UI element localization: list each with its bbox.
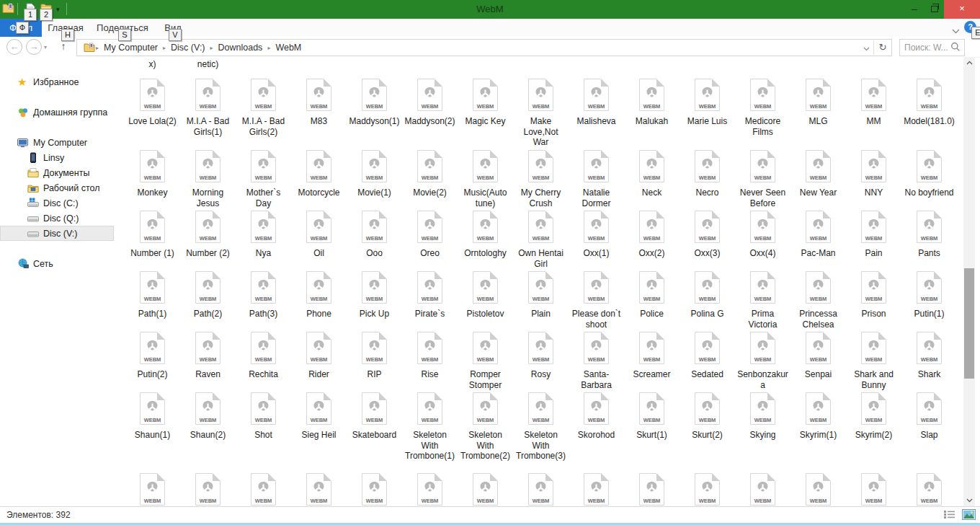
file-item[interactable]: WEBM [180, 472, 236, 506]
file-item[interactable]: WEBMNya [236, 210, 291, 269]
file-item[interactable]: WEBMSkying [735, 392, 790, 462]
file-item[interactable]: WEBMSkeleton With Trombone(2) [458, 392, 513, 462]
file-item[interactable]: WEBMMotorcycle [291, 149, 347, 208]
file-item[interactable]: WEBM [680, 472, 735, 506]
file-item[interactable]: WEBMPlease don`t shoot [569, 270, 624, 330]
sidebar-item-disc-v-[interactable]: Disc (V:) [0, 226, 114, 241]
sidebar-item-disc-c-[interactable]: Disc (C:) [0, 195, 114, 211]
file-item[interactable]: WEBMMovie(1) [347, 149, 402, 208]
file-item[interactable]: WEBMPhone [291, 270, 347, 330]
details-view-button[interactable] [943, 509, 956, 523]
file-item[interactable]: WEBMPath(1) [125, 270, 180, 330]
file-item[interactable]: WEBMNever Seen Before [735, 149, 790, 208]
file-item[interactable]: WEBMNo boyfriend [901, 149, 957, 208]
scroll-up-icon[interactable] [963, 57, 975, 69]
file-item[interactable]: WEBMScreamer [624, 331, 680, 390]
file-item[interactable]: WEBMOxx(3) [680, 210, 735, 269]
breadcrumb-item[interactable]: Disc (V:) [166, 43, 209, 53]
file-item[interactable]: WEBMPistoletov [458, 270, 513, 330]
file-item[interactable]: WEBM [291, 472, 347, 506]
file-item[interactable]: WEBMSenbonzakura [735, 331, 790, 390]
search-input[interactable] [900, 43, 950, 53]
forward-button[interactable]: → [26, 39, 42, 55]
sidebar-item-linsy[interactable]: Linsy [0, 150, 114, 165]
up-button[interactable]: ↑ [56, 39, 71, 53]
file-item[interactable]: WEBMNecro [680, 149, 735, 208]
file-item[interactable]: WEBMMedicore Films [735, 78, 790, 148]
file-item[interactable]: WEBMMLG [790, 78, 846, 148]
file-item[interactable]: WEBMMagic Key [458, 78, 513, 148]
file-item[interactable]: WEBMPlain [513, 270, 569, 330]
file-item[interactable]: WEBMNNY [846, 149, 901, 208]
file-item[interactable]: WEBMM83 [291, 78, 347, 148]
file-item[interactable]: WEBM [458, 472, 513, 506]
file-item[interactable]: WEBMPants [901, 210, 957, 269]
file-item[interactable]: WEBM [790, 472, 846, 506]
search-icon[interactable] [950, 40, 964, 55]
file-item[interactable]: WEBMPath(2) [180, 270, 236, 330]
address-bar[interactable]: ▸My Computer▸Disc (V:)▸Downloads▸WebM ↻ [76, 39, 892, 56]
file-item[interactable]: WEBMPolina G [680, 270, 735, 330]
file-item[interactable]: WEBMPutin(2) [125, 331, 180, 390]
breadcrumb-item[interactable]: WebM [271, 43, 306, 53]
file-item[interactable]: WEBMSkeleton With Trombone(1) [402, 392, 458, 462]
recent-locations-chevron-icon[interactable]: ▾ [44, 44, 47, 50]
file-item[interactable]: WEBMSenpai [790, 331, 846, 390]
file-item[interactable]: WEBMShark and Bunny [846, 331, 901, 390]
file-item[interactable]: WEBM [569, 472, 624, 506]
back-button[interactable]: ← [6, 39, 22, 55]
file-item[interactable]: WEBMPick Up [347, 270, 402, 330]
sidebar-item-сеть[interactable]: Сеть [0, 256, 114, 271]
file-item[interactable]: WEBMPirate`s [402, 270, 458, 330]
scroll-down-icon[interactable] [963, 495, 975, 506]
qat-customize-chevron-icon[interactable]: ▾ [56, 6, 60, 13]
file-item[interactable]: WEBMNew Year [790, 149, 846, 208]
file-item[interactable]: WEBMNeck [624, 149, 680, 208]
file-item[interactable]: WEBMMovie(2) [402, 149, 458, 208]
file-item[interactable]: WEBMRider [291, 331, 347, 390]
file-item[interactable]: WEBMRosy [513, 331, 569, 390]
file-item[interactable]: WEBMPac-Man [790, 210, 846, 269]
file-item[interactable]: WEBMMalukah [624, 78, 680, 148]
breadcrumb-item[interactable]: My Computer [99, 43, 162, 53]
file-item[interactable]: WEBMMorning Jesus [180, 149, 236, 208]
file-item[interactable]: WEBMSlap [901, 392, 957, 462]
file-item[interactable]: WEBM [513, 472, 569, 506]
file-item[interactable]: WEBMSkorohod [569, 392, 624, 462]
large-icons-view-button[interactable] [962, 509, 976, 523]
file-item[interactable]: WEBM [735, 472, 790, 506]
file-item[interactable]: WEBMOxx(2) [624, 210, 680, 269]
address-dropdown-chevron-icon[interactable] [859, 41, 873, 54]
file-item[interactable]: WEBMShot [236, 392, 291, 462]
file-item[interactable]: WEBMNumber (2) [180, 210, 236, 269]
file-item[interactable]: WEBMMarie Luis [680, 78, 735, 148]
file-item[interactable]: WEBMMy Cherry Crush [513, 149, 569, 208]
minimize-button[interactable]: – [904, 0, 925, 19]
file-item[interactable]: WEBMSanta-Barbara [569, 331, 624, 390]
file-item[interactable]: WEBMRaven [180, 331, 236, 390]
file-item[interactable]: WEBM [846, 472, 901, 506]
vertical-scrollbar[interactable] [963, 57, 975, 506]
file-item[interactable]: WEBMMother`s Day [236, 149, 291, 208]
file-item[interactable]: WEBMMaddyson(2) [402, 78, 458, 148]
refresh-button[interactable]: ↻ [873, 40, 891, 55]
file-item[interactable]: WEBMRomper Stomper [458, 331, 513, 390]
file-item[interactable]: WEBMOwn Hentai Girl [513, 210, 569, 269]
file-item[interactable]: WEBMRechita [236, 331, 291, 390]
search-box[interactable] [899, 39, 965, 56]
file-item[interactable]: WEBMSkurt(1) [624, 392, 680, 462]
file-item[interactable]: WEBMPutin(1) [901, 270, 957, 330]
file-item[interactable]: WEBMNatalie Dormer [569, 149, 624, 208]
file-item[interactable]: WEBMOrntologhy [458, 210, 513, 269]
file-item[interactable]: WEBMSkeleton With Trombone(3) [513, 392, 569, 462]
file-item[interactable]: WEBMMM [846, 78, 901, 148]
file-item[interactable]: WEBM [624, 472, 680, 506]
file-item[interactable]: WEBMMusic(Auto tune) [458, 149, 513, 208]
file-item[interactable]: WEBM [347, 472, 402, 506]
file-item[interactable]: WEBMSedated [680, 331, 735, 390]
close-button[interactable]: × [944, 0, 980, 19]
file-item[interactable]: WEBMOoo [347, 210, 402, 269]
file-item[interactable]: WEBMPath(3) [236, 270, 291, 330]
sidebar-item-disc-q-[interactable]: Disc (Q:) [0, 211, 114, 226]
file-item[interactable]: WEBMSkurt(2) [680, 392, 735, 462]
